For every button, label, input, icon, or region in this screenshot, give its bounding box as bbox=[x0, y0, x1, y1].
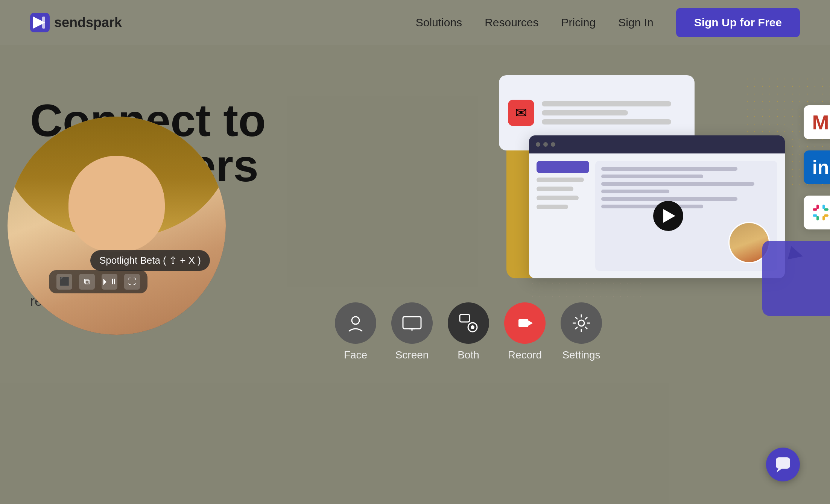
svg-line-25 bbox=[575, 317, 578, 319]
browser-content bbox=[529, 153, 785, 278]
mockup-area: ✉ bbox=[499, 75, 830, 339]
face-label: Face bbox=[344, 349, 367, 361]
nav-links: Solutions Resources Pricing Sign In bbox=[416, 16, 654, 29]
play-pause-button[interactable]: ⏵⏸ bbox=[102, 274, 117, 290]
linkedin-icon: in bbox=[804, 150, 830, 184]
nav-signin[interactable]: Sign In bbox=[618, 16, 653, 29]
email-icon: ✉ bbox=[508, 100, 534, 126]
browser-dot-2 bbox=[543, 142, 548, 147]
sidebar-line-4 bbox=[537, 205, 568, 209]
record-button[interactable] bbox=[504, 302, 546, 344]
browser-titlebar bbox=[529, 135, 785, 153]
svg-rect-8 bbox=[822, 205, 825, 209]
browser-card bbox=[529, 135, 785, 278]
nav-solutions[interactable]: Solutions bbox=[416, 16, 462, 29]
person-face bbox=[68, 156, 164, 252]
email-line-3 bbox=[542, 119, 671, 124]
navbar: sendspark Solutions Resources Pricing Si… bbox=[0, 0, 830, 45]
both-button[interactable] bbox=[448, 302, 489, 344]
nav-pricing[interactable]: Pricing bbox=[561, 16, 596, 29]
sidebar-line-1 bbox=[537, 178, 584, 182]
settings-button[interactable] bbox=[561, 302, 602, 344]
tool-both[interactable]: Both bbox=[448, 302, 489, 361]
svg-rect-15 bbox=[460, 314, 470, 322]
svg-rect-7 bbox=[816, 205, 819, 209]
stop-button[interactable]: ⬛ bbox=[56, 274, 72, 290]
main-line-5 bbox=[601, 197, 737, 201]
svg-rect-10 bbox=[822, 216, 825, 220]
svg-line-28 bbox=[575, 327, 578, 329]
browser-dot-1 bbox=[536, 142, 540, 147]
record-label: Record bbox=[508, 349, 542, 361]
both-icon bbox=[458, 313, 479, 333]
tool-screen[interactable]: Screen bbox=[391, 302, 433, 361]
logo-icon bbox=[30, 13, 50, 32]
record-icon bbox=[515, 313, 535, 333]
both-label: Both bbox=[458, 349, 479, 361]
svg-rect-18 bbox=[518, 319, 528, 327]
envelope-icon: ✉ bbox=[515, 105, 527, 121]
browser-main bbox=[595, 161, 777, 271]
screen-button[interactable] bbox=[391, 302, 433, 344]
playback-controls[interactable]: ⬛ ⧉ ⏵⏸ ⛶ bbox=[49, 270, 147, 293]
settings-icon bbox=[571, 313, 591, 333]
face-button[interactable] bbox=[335, 302, 376, 344]
fullscreen-button[interactable]: ⛶ bbox=[124, 274, 140, 290]
tool-settings[interactable]: Settings bbox=[561, 302, 602, 361]
sidebar-line-3 bbox=[537, 196, 579, 200]
pip-button[interactable]: ⧉ bbox=[79, 274, 95, 290]
svg-point-20 bbox=[578, 320, 584, 326]
gmail-icon: M bbox=[804, 105, 830, 139]
svg-line-27 bbox=[585, 317, 587, 319]
svg-marker-30 bbox=[777, 469, 782, 472]
nav-resources[interactable]: Resources bbox=[485, 16, 538, 29]
email-line-2 bbox=[542, 110, 628, 115]
screen-label: Screen bbox=[395, 349, 429, 361]
main-line-2 bbox=[601, 175, 703, 178]
face-icon bbox=[345, 313, 366, 333]
settings-label: Settings bbox=[562, 349, 600, 361]
recording-toolbar: Face Screen Both Record bbox=[335, 302, 602, 361]
svg-rect-29 bbox=[776, 457, 790, 469]
browser-sidebar bbox=[537, 161, 589, 271]
spotlight-tooltip: Spotlight Beta ( ⇧ + X ) bbox=[90, 250, 210, 271]
main-line-3 bbox=[601, 182, 754, 186]
browser-main-content bbox=[595, 161, 777, 214]
tool-record[interactable]: Record bbox=[504, 302, 546, 361]
svg-rect-6 bbox=[824, 214, 828, 217]
svg-rect-3 bbox=[813, 208, 817, 211]
browser-dot-3 bbox=[551, 142, 555, 147]
svg-rect-12 bbox=[403, 317, 421, 329]
svg-marker-19 bbox=[528, 320, 533, 326]
screen-icon bbox=[402, 316, 422, 331]
play-button[interactable] bbox=[653, 201, 683, 231]
main-line-4 bbox=[601, 190, 669, 193]
purple-accent-card bbox=[762, 241, 830, 316]
svg-point-17 bbox=[471, 325, 474, 329]
signup-button[interactable]: Sign Up for Free bbox=[676, 8, 800, 37]
email-content bbox=[542, 101, 686, 124]
svg-rect-2 bbox=[42, 17, 45, 29]
svg-point-11 bbox=[352, 317, 359, 324]
chat-button[interactable] bbox=[766, 448, 800, 481]
main-line-6 bbox=[601, 205, 703, 208]
play-triangle-icon bbox=[663, 209, 675, 223]
tool-face[interactable]: Face bbox=[335, 302, 376, 361]
email-line-1 bbox=[542, 101, 671, 106]
logo[interactable]: sendspark bbox=[30, 13, 122, 32]
chat-icon bbox=[774, 456, 792, 473]
svg-rect-5 bbox=[824, 208, 828, 211]
main-line-1 bbox=[601, 167, 737, 171]
sidebar-line-2 bbox=[537, 187, 573, 191]
sidebar-cta bbox=[537, 161, 589, 173]
camera-preview bbox=[8, 117, 226, 335]
logo-text: sendspark bbox=[54, 15, 122, 30]
svg-line-26 bbox=[585, 327, 587, 329]
slack-icon bbox=[804, 196, 830, 229]
slack-logo-icon bbox=[810, 202, 830, 223]
svg-rect-4 bbox=[813, 214, 817, 217]
svg-rect-9 bbox=[816, 216, 819, 220]
